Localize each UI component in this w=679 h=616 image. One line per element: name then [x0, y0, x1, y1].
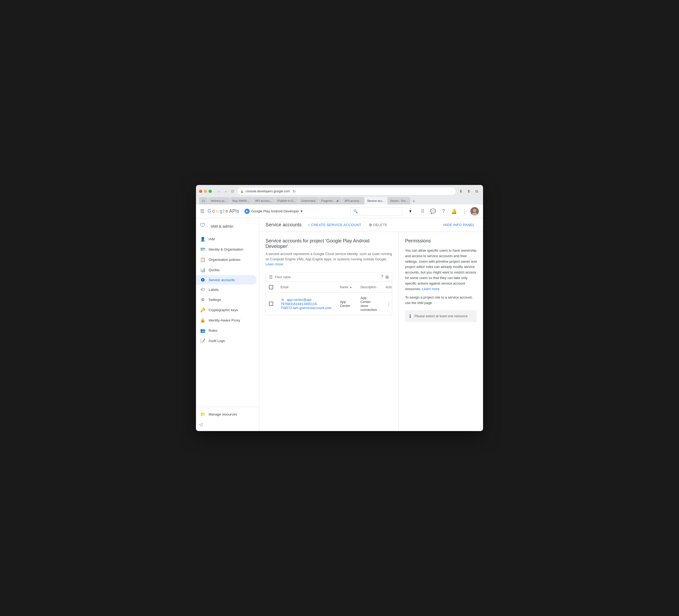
sidebar-item-identity-aware-proxy[interactable]: 🔒 Identity-Aware Proxy	[196, 315, 257, 326]
search-bar[interactable]: 🔍	[350, 207, 403, 216]
close-button[interactable]	[199, 190, 202, 193]
notifications-icon[interactable]: 🔔	[449, 207, 459, 216]
tab-overview-button[interactable]: ⊡	[230, 188, 235, 194]
google-g-yellow: o	[216, 208, 219, 214]
back-button[interactable]: ‹	[216, 188, 222, 194]
hide-info-panel-button[interactable]: HIDE INFO PANEL	[441, 221, 477, 228]
permissions-learn-more-link[interactable]: Learn more	[422, 287, 439, 291]
sidebar-item-label-settings: Settings	[208, 298, 221, 302]
minimize-button[interactable]	[204, 190, 207, 193]
permissions-description: You can allow specific users to have own…	[405, 248, 477, 292]
main-layout: 🛡 IAM & admin 👤 IAM 🪪 Identity & Organis…	[196, 218, 483, 431]
select-all-checkbox[interactable]	[269, 285, 273, 289]
sidebar-item-label-audit-logs: Audit Logs	[208, 339, 225, 343]
sidebar-item-iam[interactable]: 👤 IAM	[196, 234, 257, 244]
tab-delivery[interactable]: delivery.ac...	[208, 197, 229, 205]
service-accounts-table-container: ☰ ? ⊞	[265, 272, 392, 315]
google-g-red2: e	[225, 208, 228, 214]
sidebar-item-org-policies[interactable]: 📋 Organisation policies	[196, 254, 257, 265]
sidebar-item-cryptographic-keys[interactable]: 🔑 Cryptographic keys	[196, 305, 257, 315]
new-window-icon[interactable]: ⧉	[474, 188, 480, 194]
create-service-account-button[interactable]: + CREATE SERVICE ACCOUNT	[306, 221, 363, 228]
manage-resources-icon: 📁	[200, 412, 205, 417]
browser-window: ‹ › ⊡ 🔒 console.developers.google.com ↻ …	[196, 185, 483, 431]
google-g-blue: G	[207, 208, 211, 214]
tab-fragment[interactable]: Fragmen... 🔊	[319, 197, 342, 205]
email-cell: ✉ app-center@api-7976831618413465116-759…	[276, 292, 336, 315]
sidebar-item-audit-logs[interactable]: 📝 Audit Logs	[196, 336, 257, 346]
app-bar: ☰ Google APIs ▶ Google Play Android Deve…	[196, 205, 483, 218]
reload-icon[interactable]: ↻	[293, 189, 296, 193]
chat-icon[interactable]: 💬	[428, 207, 438, 216]
actions-cell: ⋮	[381, 292, 392, 315]
table-toolbar: ☰ ? ⊞	[266, 272, 392, 282]
sidebar-bottom: 📁 Manage resources ◁	[196, 407, 259, 431]
sidebar-item-service-accounts[interactable]: Service accounts	[196, 275, 257, 284]
search-icon: 🔍	[353, 209, 358, 213]
audio-icon: 🔊	[336, 199, 339, 202]
email-column-header: Email	[276, 282, 336, 293]
table-help-icon[interactable]: ?	[381, 275, 383, 279]
sidebar-item-quotas[interactable]: 📊 Quotas	[196, 265, 257, 275]
address-bar[interactable]: 🔒 console.developers.google.com ↻	[237, 188, 456, 195]
google-g-green: l	[223, 208, 224, 214]
header-actions: + CREATE SERVICE ACCOUNT 🗑 DELETE HIDE I…	[306, 221, 477, 228]
sidebar-item-label-manage-resources: Manage resources	[208, 412, 237, 416]
share-icon[interactable]: ⬆	[466, 188, 472, 194]
iam-admin-icon: 🛡	[200, 222, 207, 230]
tab-stores[interactable]: Stores - Sm...	[387, 197, 410, 205]
sidebar-item-identity[interactable]: 🪪 Identity & Organisation	[196, 244, 257, 254]
name-column-header[interactable]: Name ▲	[336, 282, 356, 293]
description-cell: App Center store connection	[356, 292, 381, 315]
table-header-row: Email Name ▲	[266, 282, 392, 293]
new-tab-button[interactable]: +	[411, 198, 417, 205]
delete-button[interactable]: 🗑 DELETE	[367, 221, 390, 228]
nav-buttons: ‹ › ⊡	[216, 188, 235, 194]
sidebar-item-label-labels: Labels	[208, 288, 219, 292]
help-icon[interactable]: ?	[439, 207, 448, 216]
cryptographic-keys-icon: 🔑	[200, 307, 205, 312]
sidebar-item-manage-resources[interactable]: 📁 Manage resources	[196, 409, 257, 420]
tab-cc[interactable]: Cc	[199, 197, 208, 205]
more-options-icon[interactable]: ⋮	[460, 207, 470, 216]
permissions-title: Permissions	[405, 238, 477, 244]
sidebar-item-labels[interactable]: 🏷 Labels	[196, 284, 257, 295]
user-avatar[interactable]	[471, 207, 479, 216]
tab-bug[interactable]: Bug 59400:...	[230, 197, 252, 205]
tab-service[interactable]: Service acc...	[364, 197, 387, 205]
forward-button[interactable]: ›	[223, 188, 229, 194]
download-icon[interactable]: ⬇	[458, 188, 464, 194]
page-header: Service accounts + CREATE SERVICE ACCOUN…	[259, 218, 483, 232]
sidebar-item-roles[interactable]: 👥 Roles	[196, 326, 257, 336]
tab-api1[interactable]: API access...	[253, 197, 275, 205]
google-g-red: o	[212, 208, 215, 214]
name-cell: App Center	[336, 292, 356, 315]
learn-more-link[interactable]: Learn more	[265, 262, 283, 266]
tab-api2[interactable]: API access...	[342, 197, 364, 205]
hamburger-menu-icon[interactable]: ☰	[200, 208, 204, 214]
browser-titlebar: ‹ › ⊡ 🔒 console.developers.google.com ↻ …	[199, 188, 480, 195]
checkbox-header	[266, 282, 276, 293]
tab-publish[interactable]: Publish to G...	[275, 197, 298, 205]
sidebar-item-settings[interactable]: ⚙ Settings	[196, 295, 257, 305]
browser-actions: ⬇ ⬆ ⧉	[458, 188, 480, 194]
iam-page-description: To assign a project role to a service ac…	[405, 295, 477, 306]
table-columns-icon[interactable]: ⊞	[385, 275, 389, 280]
search-dropdown-button[interactable]: ▾	[406, 207, 415, 216]
app-bar-icons: ⠿ 💬 ? 🔔 ⋮	[418, 207, 479, 216]
labels-icon: 🏷	[200, 287, 205, 292]
maximize-button[interactable]	[208, 190, 212, 193]
apps-icon[interactable]: ⠿	[418, 207, 427, 216]
content-split: Service accounts for project 'Google Pla…	[259, 232, 483, 431]
tab-grammarly[interactable]: Grammarly	[299, 197, 318, 205]
description-column-header: Description	[356, 282, 381, 293]
row-actions-menu[interactable]: ⋮	[385, 300, 392, 307]
email-link[interactable]: app-center@api-7976831618413465116-75957…	[281, 298, 332, 310]
filter-table-input[interactable]	[275, 275, 379, 279]
identity-aware-proxy-icon: 🔒	[200, 318, 205, 323]
google-apis-logo: Google APIs	[207, 208, 239, 214]
project-selector[interactable]: ▶ Google Play Android Developer ▾	[242, 208, 305, 215]
collapse-sidebar-button[interactable]: ◁	[196, 420, 205, 429]
row-checkbox[interactable]	[269, 302, 273, 306]
info-notice: ℹ Please select at least one resource.	[405, 310, 477, 322]
